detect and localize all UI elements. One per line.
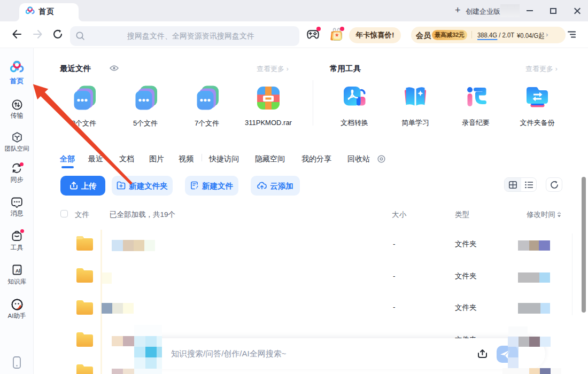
svg-text:Al: Al [16,268,20,274]
